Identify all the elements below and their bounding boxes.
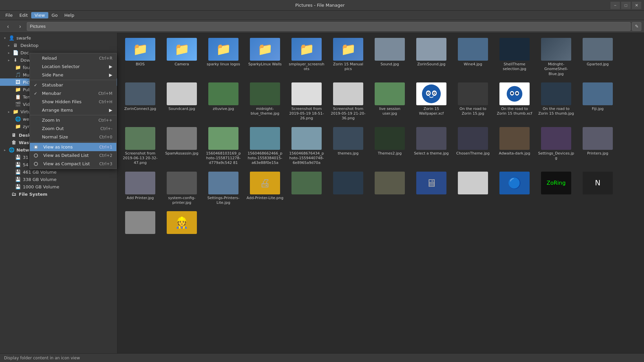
sidebar-item-swarfe[interactable]: ▾ 👤 swarfe: [0, 34, 117, 42]
menu-item-show-hidden[interactable]: ✓ Show Hidden Files Ctrl+H: [30, 98, 116, 106]
file-item-zorinconnect[interactable]: ZorinConnect.jpg: [120, 80, 160, 123]
menu-item-statusbar[interactable]: ✓ Statusbar: [30, 81, 116, 89]
separator-2: [30, 115, 116, 115]
file-item-themes2[interactable]: Themes2.jpg: [370, 125, 410, 168]
toolbar: ‹ › ✎: [0, 20, 644, 33]
file-item-addprinter-lite[interactable]: 🖨 Add-Printer-Lite.png: [245, 169, 285, 208]
menu-item-arrange-items[interactable]: Arrange Items ▶: [30, 106, 116, 114]
file-name-addprinter: Add Printer.jpg: [127, 196, 154, 200]
file-item-themes[interactable]: themes.jpg: [328, 125, 368, 168]
file-item-sparky-walls[interactable]: 📁 SparkyLinux Walls: [245, 36, 285, 79]
file-item-settings-printers[interactable]: Settings-Printers-Lite.jpg: [203, 169, 244, 208]
file-item-screenshot1[interactable]: Screenshot from 2019-05-19 18-51-26.png: [286, 80, 327, 123]
file-name-sparky-walls: SparkyLinux Walls: [248, 62, 282, 67]
file-item-screenshot3[interactable]: Screenshot from 2019-06-13 20-32-47.png: [120, 125, 160, 168]
view-compact-label: View as Compact List: [43, 161, 90, 166]
file-item-ontheroad2[interactable]: On the road to Zorin 15 thumb.xcf: [494, 80, 535, 123]
menu-file[interactable]: File: [2, 12, 16, 18]
menu-edit[interactable]: Edit: [16, 12, 31, 18]
sidebar-item-338gb[interactable]: 💾 338 GB Volume: [0, 176, 117, 183]
file-item-soundcard[interactable]: Soundcard.jpg: [162, 80, 202, 123]
file-item-camera[interactable]: 📁 Camera: [162, 36, 202, 79]
file-item-photo3[interactable]: 1560468676434_photo-1559440748-6e8965a9d…: [286, 125, 327, 168]
sidebar-label-338gb: 338 GB Volume: [23, 177, 56, 182]
menu-item-view-detailed[interactable]: View as Detailed List Ctrl+2: [30, 151, 116, 160]
sidebar-item-filesystem[interactable]: 🗂 File System: [0, 190, 117, 198]
menu-item-menubar[interactable]: ✓ Menubar Ctrl+M: [30, 89, 116, 98]
menu-view[interactable]: View: [31, 12, 48, 18]
file-item-row5-7[interactable]: ZoRing: [536, 169, 576, 208]
file-item-screenshot2[interactable]: Screenshot from 2019-05-19 21-20-36.png: [328, 80, 368, 123]
menu-help[interactable]: Help: [61, 12, 78, 18]
file-item-zorin15wall[interactable]: Zorin 15 Wallpaper.xcf: [411, 80, 451, 123]
view-compact-shortcut: Ctrl+3: [99, 162, 112, 166]
file-thumb-row5-7: ZoRing: [541, 172, 571, 194]
file-item-sysconfig[interactable]: system-config-printer.jpg: [162, 169, 202, 208]
file-item-row5-8[interactable]: N: [578, 169, 618, 208]
sidebar-item-1000gb[interactable]: 💾 1000 GB Volume: [0, 183, 117, 190]
file-name-photo3: 1560468676434_photo-1559440748-6e8965a9d…: [288, 151, 325, 166]
file-item-gparted[interactable]: Gparted.jpg: [578, 36, 618, 79]
file-item-row5-1[interactable]: [286, 169, 327, 208]
file-item-settings-devices[interactable]: Settings_Devices.jpg: [536, 125, 576, 168]
file-item-addprinter[interactable]: Add Printer.jpg: [120, 169, 160, 208]
file-name-shelltheme: ShellTheme selection.jpg: [496, 62, 533, 72]
file-item-shelltheme[interactable]: ShellTheme selection.jpg: [494, 36, 535, 79]
file-item-livesession[interactable]: live session user.jpg: [370, 80, 410, 123]
file-item-sparky[interactable]: 📁 sparky linux logos: [203, 36, 244, 79]
location-input[interactable]: [27, 22, 631, 31]
file-thumb-soundcard: [167, 82, 197, 105]
file-item-smplayer[interactable]: 📁 smplayer_screenshots: [286, 36, 327, 79]
minimize-button[interactable]: −: [610, 2, 620, 9]
menu-item-zoom-in[interactable]: Zoom In Ctrl++: [30, 116, 116, 124]
file-item-row5-2[interactable]: [328, 169, 368, 208]
file-item-printers[interactable]: Printers.jpg: [578, 125, 618, 168]
menu-item-zoom-out[interactable]: Zoom Out Ctrl+-: [30, 124, 116, 133]
file-item-fiji[interactable]: Fiji.jpg: [578, 80, 618, 123]
content-area: 📁 BIOS 📁 Camera 📁 sparky linux logos 📁 S…: [117, 33, 644, 353]
menu-item-view-compact[interactable]: View as Compact List Ctrl+3: [30, 160, 116, 168]
file-item-ontheroad3[interactable]: On the road to Zorin 15 thumb.jpg: [536, 80, 576, 123]
file-name-settings-devices: Settings_Devices.jpg: [538, 151, 575, 161]
file-thumb-sparky-walls: 📁: [250, 38, 280, 61]
file-item-wine4[interactable]: Wine4.jpg: [453, 36, 493, 79]
file-item-photo1[interactable]: 1560468103169_photo-1558711278-d779a9c54…: [203, 125, 244, 168]
file-item-midnight-blue[interactable]: midnight-blue_theme.jpg: [245, 80, 285, 123]
file-name-gparted: Gparted.jpg: [587, 62, 608, 67]
file-item-bios[interactable]: 📁 BIOS: [120, 36, 160, 79]
file-item-row5-3[interactable]: [370, 169, 410, 208]
file-item-midnght[interactable]: Midnght-GnomeShell-Blue.jpg: [536, 36, 576, 79]
menu-item-view-icons[interactable]: View as Icons Ctrl+1: [30, 143, 116, 151]
file-item-row5-4[interactable]: 🖥: [411, 169, 451, 208]
sidebar-item-desktop[interactable]: ▸ 🖥 Desktop: [0, 42, 117, 49]
sidebar-item-461gb[interactable]: 💾 461 GB Volume: [0, 168, 117, 176]
menu-item-location-selector[interactable]: Location Selector ▶: [30, 62, 116, 71]
54gb-icon: 💾: [15, 162, 21, 167]
forward-button[interactable]: ›: [15, 22, 25, 31]
file-item-photo2[interactable]: 1560468662466_photo-1558384015-a63e88f0e…: [245, 125, 285, 168]
file-item-spamassassin[interactable]: SpamAssassin.jpg: [162, 125, 202, 168]
file-item-ontheroad1[interactable]: On the road to Zorin 15.jpg: [453, 80, 493, 123]
file-item-row5-6[interactable]: 🔵: [494, 169, 535, 208]
menu-item-side-pane[interactable]: Side Pane ▶: [30, 71, 116, 79]
user-icon: 👤: [8, 35, 14, 41]
file-item-selecttheme[interactable]: Select a theme.jpg: [411, 125, 451, 168]
maximize-button[interactable]: □: [621, 2, 631, 9]
menu-go[interactable]: Go: [48, 12, 61, 18]
back-button[interactable]: ‹: [3, 22, 13, 31]
file-item-adwaitadark[interactable]: Adwaita-dark.jpg: [494, 125, 535, 168]
file-item-zituvive[interactable]: zituvive.jpg: [203, 80, 244, 123]
file-item-chosentheme[interactable]: ChosenTheme.jpg: [453, 125, 493, 168]
file-item-row5-5[interactable]: [453, 169, 493, 208]
close-button[interactable]: ✕: [632, 2, 641, 9]
file-item-zorin-manual[interactable]: 📁 Zorin 15 Manual pics: [328, 36, 368, 79]
file-item-sound[interactable]: Sound.jpg: [370, 36, 410, 79]
menu-item-normal-size[interactable]: Normal Size Ctrl+0: [30, 133, 116, 141]
file-item-row5-10[interactable]: 👷: [162, 209, 202, 242]
sidebar-label-doc: Doc: [20, 50, 29, 55]
file-item-zorinsound[interactable]: ZorinSound.jpg: [411, 36, 451, 79]
menu-item-reload[interactable]: Reload Ctrl+R: [30, 54, 116, 62]
arrange-items-arrow: ▶: [109, 108, 112, 113]
file-item-row5-9[interactable]: [120, 209, 160, 242]
edit-location-button[interactable]: ✎: [632, 22, 641, 31]
